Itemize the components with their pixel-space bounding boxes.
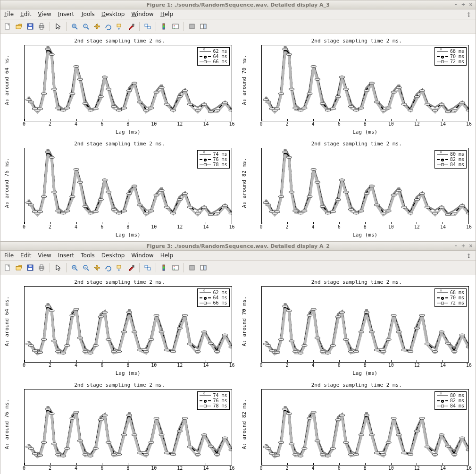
insert-legend-icon[interactable] xyxy=(170,21,181,32)
legend-box[interactable]: 74 ms 76 ms 78 ms xyxy=(197,150,229,169)
menu-insert[interactable]: Insert xyxy=(58,11,74,17)
svg-rect-671 xyxy=(466,212,468,214)
menu-help[interactable]: Help xyxy=(160,11,173,17)
menu-file[interactable]: File xyxy=(4,11,14,17)
save-icon[interactable] xyxy=(25,262,35,273)
zoom-in-icon[interactable] xyxy=(69,262,80,273)
brush-icon[interactable] xyxy=(126,21,136,32)
x-tick-label: 2 xyxy=(286,466,289,471)
x-tick-label: 0 xyxy=(23,224,25,229)
pointer-icon[interactable] xyxy=(53,21,63,32)
window-close-icon[interactable]: × xyxy=(468,1,474,7)
open-file-icon[interactable] xyxy=(14,21,24,32)
plot-axes[interactable]: 80 ms 82 ms 84 ms xyxy=(261,389,469,466)
menu-window[interactable]: Window xyxy=(131,11,153,17)
data-cursor-icon[interactable] xyxy=(115,262,125,273)
svg-rect-487 xyxy=(202,206,207,208)
svg-rect-927 xyxy=(349,351,353,353)
open-file-icon[interactable] xyxy=(14,262,24,273)
menu-desktop[interactable]: Desktop xyxy=(101,252,125,259)
plot-axes[interactable]: 62 ms 64 ms 66 ms xyxy=(24,286,232,363)
print-icon[interactable] xyxy=(36,262,47,273)
menu-view[interactable]: View xyxy=(38,252,51,259)
svg-rect-1303 xyxy=(401,452,406,454)
legend-box[interactable]: 68 ms 70 ms 72 ms xyxy=(434,47,467,66)
link-plots-icon[interactable] xyxy=(142,21,153,32)
svg-rect-527 xyxy=(279,196,284,198)
menu-edit[interactable]: Edit xyxy=(20,11,31,17)
legend-box[interactable]: 80 ms 82 ms 84 ms xyxy=(434,391,467,410)
svg-rect-775 xyxy=(132,331,137,333)
menu-desktop[interactable]: Desktop xyxy=(101,11,125,17)
legend-label: 72 ms xyxy=(450,59,464,64)
legend-box[interactable]: 74 ms 76 ms 78 ms xyxy=(197,391,229,410)
titlebar[interactable]: Figure 3: ./sounds/RandomSequence.wav. D… xyxy=(0,242,476,251)
svg-rect-407 xyxy=(93,211,98,213)
hide-tools-icon[interactable] xyxy=(187,262,197,273)
menu-help[interactable]: Help xyxy=(160,252,173,259)
insert-colorbar-icon[interactable] xyxy=(159,262,169,273)
dock-corner-icon[interactable]: ⤡ xyxy=(465,251,473,260)
zoom-out-icon[interactable] xyxy=(81,21,91,32)
brush-icon[interactable] xyxy=(126,262,136,273)
toolbar-separator xyxy=(184,22,184,31)
plot-axes[interactable]: 74 ms 76 ms 78 ms xyxy=(24,148,232,224)
plot-axes[interactable]: 68 ms 70 ms 72 ms xyxy=(261,286,469,363)
legend-entry: 62 ms xyxy=(200,290,227,295)
x-axis-label: Lag (ms) xyxy=(24,370,232,376)
rotate3d-icon[interactable] xyxy=(103,262,114,273)
plot-axes[interactable]: 80 ms 82 ms 84 ms xyxy=(261,148,469,224)
new-figure-icon[interactable] xyxy=(2,21,13,32)
dock-corner-icon[interactable]: ⤡ xyxy=(465,10,473,18)
pan-icon[interactable] xyxy=(92,262,102,273)
save-icon[interactable] xyxy=(25,21,35,32)
link-plots-icon[interactable] xyxy=(142,262,153,273)
rotate3d-icon[interactable] xyxy=(103,21,114,32)
plot-axes[interactable]: 62 ms 64 ms 66 ms xyxy=(24,45,232,121)
insert-colorbar-icon[interactable] xyxy=(159,21,169,32)
print-icon[interactable] xyxy=(36,21,47,32)
menu-edit[interactable]: Edit xyxy=(20,252,31,259)
menu-insert[interactable]: Insert xyxy=(58,252,74,259)
pointer-icon[interactable] xyxy=(53,262,63,273)
figure-canvas[interactable]: A₃ around 64 ms. 2nd stage sampling time… xyxy=(0,34,476,241)
svg-rect-123 xyxy=(159,87,164,89)
svg-rect-1199 xyxy=(279,441,284,443)
figure-canvas[interactable]: A₂ around 64 ms. 2nd stage sampling time… xyxy=(0,275,476,474)
window-close-icon[interactable]: × xyxy=(468,243,474,248)
dock-icon[interactable] xyxy=(198,262,209,273)
titlebar[interactable]: Figure 1: ./sounds/RandomSequence.wav. D… xyxy=(0,0,476,9)
legend-box[interactable]: 62 ms 64 ms 66 ms xyxy=(197,288,229,307)
data-cursor-icon[interactable] xyxy=(115,21,125,32)
window-minimize-icon[interactable]: – xyxy=(453,1,459,7)
menu-view[interactable]: View xyxy=(38,11,51,17)
svg-rect-459 xyxy=(159,190,164,192)
menu-tools[interactable]: Tools xyxy=(81,11,95,17)
legend-box[interactable]: 62 ms 64 ms 66 ms xyxy=(197,47,229,66)
plot-axes[interactable]: 68 ms 70 ms 72 ms xyxy=(261,45,469,121)
menu-tools[interactable]: Tools xyxy=(81,252,95,259)
menu-window[interactable]: Window xyxy=(131,252,153,259)
zoom-in-icon[interactable] xyxy=(69,21,80,32)
hide-tools-icon[interactable] xyxy=(187,21,197,32)
svg-rect-799 xyxy=(165,349,169,351)
window-maximize-icon[interactable]: + xyxy=(460,243,466,248)
svg-rect-23 xyxy=(42,93,46,95)
insert-legend-icon[interactable] xyxy=(170,262,181,273)
legend-box[interactable]: 68 ms 70 ms 72 ms xyxy=(434,288,467,307)
window-minimize-icon[interactable]: – xyxy=(453,243,459,248)
legend-label: 62 ms xyxy=(213,290,227,295)
new-figure-icon[interactable] xyxy=(2,262,13,273)
plot-axes[interactable]: 74 ms 76 ms 78 ms xyxy=(24,389,232,466)
x-tick-label: 12 xyxy=(177,466,183,471)
menu-file[interactable]: File xyxy=(4,252,14,259)
zoom-out-icon[interactable] xyxy=(81,262,91,273)
x-tick-label: 14 xyxy=(440,363,446,368)
legend-box[interactable]: 80 ms 82 ms 84 ms xyxy=(434,150,467,169)
svg-rect-1271 xyxy=(359,434,364,436)
svg-rect-263 xyxy=(359,107,364,109)
pan-icon[interactable] xyxy=(92,21,102,32)
window-maximize-icon[interactable]: + xyxy=(460,1,466,7)
x-tick-label: 12 xyxy=(414,224,420,229)
dock-icon[interactable] xyxy=(198,21,209,32)
